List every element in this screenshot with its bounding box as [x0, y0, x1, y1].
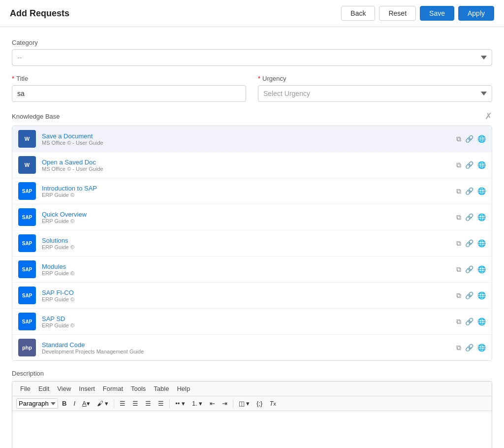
reset-button[interactable]: Reset [379, 6, 416, 21]
back-button[interactable]: Back [341, 6, 375, 21]
editor-menu-insert[interactable]: Insert [75, 384, 99, 394]
kb-item: SAP Solutions ERP Guide © ⧉ 🔗 🌐 [12, 230, 492, 256]
editor-menu-format[interactable]: Format [99, 384, 127, 394]
description-section: Description FileEditViewInsertFormatTool… [12, 370, 492, 448]
kb-external-link-icon[interactable]: ⧉ [456, 213, 461, 222]
indent-button[interactable]: ⇥ [219, 398, 230, 409]
kb-item-icon: SAP [18, 234, 36, 252]
highlight-button[interactable]: 🖌 ▾ [94, 398, 112, 409]
kb-external-link-icon[interactable]: ⧉ [456, 318, 461, 326]
kb-external-link-icon[interactable]: ⧉ [456, 344, 461, 352]
knowledge-base-section: Knowledge Base ✗ W Save a Document MS Of… [12, 111, 492, 361]
kb-item-text: Solutions ERP Guide © [42, 237, 456, 250]
kb-globe-icon[interactable]: 🌐 [477, 161, 486, 169]
kb-item-actions: ⧉ 🔗 🌐 [456, 135, 486, 143]
editor-menu-table[interactable]: Table [150, 384, 173, 394]
kb-link-icon[interactable]: 🔗 [465, 135, 473, 143]
ordered-list-button[interactable]: 1. ▾ [189, 398, 205, 409]
kb-item-text: SAP FI-CO ERP Guide © [42, 289, 456, 302]
kb-link-icon[interactable]: 🔗 [465, 213, 473, 221]
title-input[interactable] [12, 85, 246, 102]
form-content: Category -- *Title *Urgency Select Urgen… [0, 27, 504, 448]
category-select[interactable]: -- [12, 49, 492, 66]
kb-item: SAP Quick Overview ERP Guide © ⧉ 🔗 🌐 [12, 204, 492, 230]
bold-button[interactable]: B [59, 398, 69, 409]
kb-item-subtitle: ERP Guide © [42, 192, 456, 198]
urgency-label: *Urgency [258, 75, 492, 82]
editor-menubar: FileEditViewInsertFormatToolsTableHelp [12, 382, 492, 396]
italic-button[interactable]: I [70, 398, 78, 409]
align-center-button[interactable]: ☰ [129, 398, 141, 409]
kb-item: php Standard Code Development Projects M… [12, 335, 492, 360]
kb-globe-icon[interactable]: 🌐 [477, 291, 486, 299]
editor-body[interactable] [12, 411, 492, 448]
kb-globe-icon[interactable]: 🌐 [477, 318, 486, 325]
kb-external-link-icon[interactable]: ⧉ [456, 239, 461, 248]
align-justify-button[interactable]: ☰ [155, 398, 167, 409]
align-left-button[interactable]: ☰ [117, 398, 128, 409]
toolbar-sep-1 [114, 399, 114, 408]
kb-globe-icon[interactable]: 🌐 [477, 344, 486, 352]
kb-item: SAP Introduction to SAP ERP Guide © ⧉ 🔗 … [12, 178, 492, 204]
editor-menu-tools[interactable]: Tools [127, 384, 150, 394]
clear-format-button[interactable]: Tx [266, 398, 279, 409]
kb-item-subtitle: Development Projects Management Guide [42, 349, 456, 354]
kb-clear-icon[interactable]: ✗ [485, 111, 492, 122]
kb-item-title: SAP FI-CO [42, 289, 456, 296]
kb-link-icon[interactable]: 🔗 [465, 344, 473, 352]
kb-external-link-icon[interactable]: ⧉ [456, 135, 461, 143]
kb-item-actions: ⧉ 🔗 🌐 [456, 344, 486, 352]
kb-item-text: Standard Code Development Projects Manag… [42, 341, 456, 354]
toolbar-sep-3 [233, 399, 233, 408]
toolbar-sep-2 [169, 399, 170, 408]
header-actions: Back Reset Save Apply [341, 6, 494, 21]
urgency-select[interactable]: Select Urgency [258, 85, 492, 102]
kb-link-icon[interactable]: 🔗 [465, 239, 473, 247]
code-button[interactable]: {;} [253, 398, 265, 409]
editor-menu-help[interactable]: Help [173, 384, 194, 394]
save-button[interactable]: Save [420, 6, 454, 21]
page-title: Add Requests [10, 8, 69, 19]
unordered-list-button[interactable]: •• ▾ [172, 398, 188, 409]
kb-item-subtitle: ERP Guide © [42, 244, 456, 250]
underline-button[interactable]: A ▾ [79, 398, 93, 409]
title-urgency-row: *Title *Urgency Select Urgency [12, 75, 492, 102]
kb-item-text: Introduction to SAP ERP Guide © [42, 185, 456, 198]
apply-button[interactable]: Apply [458, 6, 494, 21]
table-button[interactable]: ◫ ▾ [236, 398, 253, 409]
kb-label-row: Knowledge Base ✗ [12, 111, 492, 122]
kb-item: W Open a Saved Doc MS Office © - User Gu… [12, 152, 492, 178]
kb-globe-icon[interactable]: 🌐 [477, 135, 486, 143]
kb-link-icon[interactable]: 🔗 [465, 318, 473, 325]
kb-globe-icon[interactable]: 🌐 [477, 265, 486, 273]
kb-item-subtitle: ERP Guide © [42, 270, 456, 276]
paragraph-select[interactable]: Paragraph [16, 398, 58, 409]
editor-menu-file[interactable]: File [16, 384, 34, 394]
editor-menu-view[interactable]: View [53, 384, 75, 394]
editor-menu-edit[interactable]: Edit [34, 384, 53, 394]
kb-globe-icon[interactable]: 🌐 [477, 187, 486, 195]
kb-link-icon[interactable]: 🔗 [465, 291, 473, 299]
kb-external-link-icon[interactable]: ⧉ [456, 161, 461, 169]
outdent-button[interactable]: ⇤ [207, 398, 218, 409]
kb-globe-icon[interactable]: 🌐 [477, 239, 486, 247]
kb-link-icon[interactable]: 🔗 [465, 161, 473, 169]
kb-link-icon[interactable]: 🔗 [465, 187, 473, 195]
urgency-col: *Urgency Select Urgency [258, 75, 492, 102]
kb-item-actions: ⧉ 🔗 🌐 [456, 291, 486, 300]
kb-item-subtitle: ERP Guide © [42, 322, 456, 328]
description-label: Description [12, 370, 492, 377]
kb-external-link-icon[interactable]: ⧉ [456, 291, 461, 300]
align-right-button[interactable]: ☰ [142, 398, 154, 409]
kb-globe-icon[interactable]: 🌐 [477, 213, 486, 221]
title-label: *Title [12, 75, 246, 82]
kb-item-title: Modules [42, 263, 456, 270]
kb-item: SAP SAP SD ERP Guide © ⧉ 🔗 🌐 [12, 309, 492, 335]
kb-item-text: SAP SD ERP Guide © [42, 315, 456, 328]
kb-external-link-icon[interactable]: ⧉ [456, 265, 461, 274]
kb-label: Knowledge Base [12, 113, 60, 120]
kb-external-link-icon[interactable]: ⧉ [456, 187, 461, 195]
kb-link-icon[interactable]: 🔗 [465, 265, 473, 273]
kb-item: SAP SAP FI-CO ERP Guide © ⧉ 🔗 🌐 [12, 283, 492, 309]
kb-item-text: Modules ERP Guide © [42, 263, 456, 276]
